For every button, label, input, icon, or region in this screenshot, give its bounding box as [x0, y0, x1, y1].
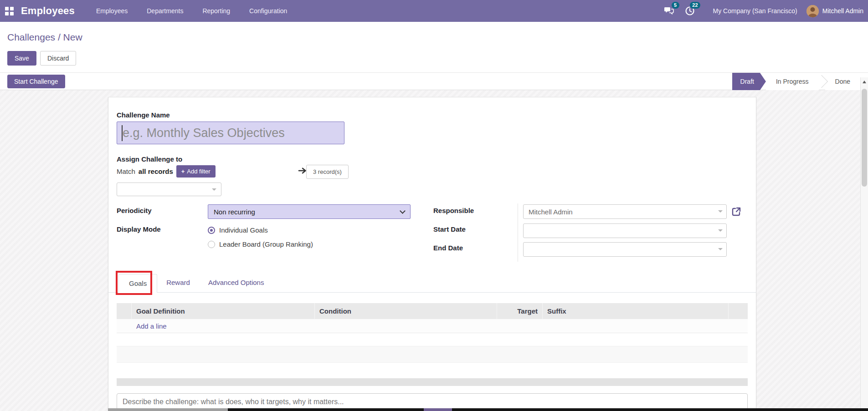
main-menu: Employees Departments Reporting Configur… [87, 0, 297, 22]
end-date-input[interactable] [523, 242, 727, 257]
messages-button[interactable]: 5 [663, 5, 675, 17]
radio-selected-icon [208, 227, 215, 234]
status-step-in-progress[interactable]: In Progress [766, 73, 819, 90]
tab-goals[interactable]: Goals [118, 274, 157, 293]
activities-button[interactable]: 22 [684, 5, 696, 17]
radio-leader-board[interactable]: Leader Board (Group Ranking) [208, 240, 313, 248]
form-statusbar: Start Challenge Draft In Progress Done [0, 73, 868, 90]
challenge-name-input[interactable] [117, 122, 344, 144]
control-panel: Challenges / New Save Discard [0, 22, 868, 73]
chat-icon [664, 7, 674, 15]
goals-table-header: Goal Definition Condition Target Suffix [117, 303, 748, 319]
empty-table-stripe [117, 346, 748, 363]
header-trailing-column [729, 303, 748, 319]
status-steps: Draft In Progress Done [732, 73, 860, 90]
taskbar-segment [424, 408, 452, 411]
header-goal-definition: Goal Definition [132, 303, 315, 319]
company-switcher[interactable]: My Company (San Francisco) [713, 7, 797, 15]
notebook-tabs: Goals Reward Advanced Options [108, 274, 756, 293]
save-button[interactable]: Save [7, 51, 36, 66]
text-cursor [122, 125, 123, 141]
responsible-label: Responsible [433, 207, 474, 214]
menu-configuration[interactable]: Configuration [240, 0, 297, 22]
navbar-systray: 5 22 My Company (San Francisco) Mitchell… [663, 0, 863, 22]
match-prefix: Match [117, 167, 135, 175]
add-filter-button[interactable]: + Add filter [176, 165, 216, 178]
breadcrumb-current: New [63, 32, 82, 42]
header-condition: Condition [315, 303, 497, 319]
challenge-name-label: Challenge Name [117, 111, 170, 119]
match-all-records: all records [139, 167, 173, 175]
breadcrumb: Challenges / New [7, 32, 82, 43]
menu-employees[interactable]: Employees [87, 0, 137, 22]
radio-individual-goals-label: Individual Goals [219, 226, 268, 234]
assign-domain-select[interactable] [117, 183, 221, 196]
form-buttons: Save Discard [7, 51, 76, 66]
menu-departments[interactable]: Departments [137, 0, 193, 22]
arrow-right-icon [298, 167, 307, 174]
top-navbar: Employees Employees Departments Reportin… [0, 0, 868, 22]
periodicity-label: Periodicity [117, 207, 152, 214]
taskbar-segment [108, 408, 228, 411]
breadcrumb-challenges[interactable]: Challenges [7, 32, 55, 42]
activities-badge: 22 [690, 2, 700, 9]
scroll-up-icon[interactable] [863, 81, 866, 83]
status-step-done[interactable]: Done [825, 73, 860, 90]
table-horizontal-scrollbar[interactable] [117, 378, 748, 386]
chevron-down-icon [718, 248, 723, 250]
scrollbar-thumb[interactable] [862, 89, 867, 187]
record-count-button[interactable]: 3 record(s) [306, 165, 349, 179]
add-filter-label: Add filter [187, 168, 210, 175]
user-menu[interactable]: Mitchell Admin [806, 5, 863, 17]
form-view-background: Challenge Name Assign Challenge to Match… [0, 90, 868, 411]
chevron-down-icon [718, 210, 723, 213]
taskbar-sliver [0, 408, 868, 411]
header-suffix: Suffix [543, 303, 729, 319]
end-date-label: End Date [433, 244, 463, 252]
header-target: Target [497, 303, 543, 319]
display-mode-label: Display Mode [117, 225, 161, 233]
external-link-icon[interactable] [731, 207, 741, 217]
messages-badge: 5 [672, 2, 679, 9]
chevron-down-icon [400, 208, 406, 214]
chevron-down-icon [212, 188, 216, 191]
domain-match-line: Match all records + Add filter [117, 165, 216, 178]
status-step-draft[interactable]: Draft [732, 73, 766, 90]
start-date-label: Start Date [433, 225, 466, 233]
header-handle-column [117, 303, 132, 319]
column-divider [518, 203, 518, 262]
status-chevron-icon [819, 73, 825, 90]
start-challenge-button[interactable]: Start Challenge [7, 75, 65, 88]
radio-leader-board-label: Leader Board (Group Ranking) [219, 240, 313, 248]
responsible-input[interactable] [523, 204, 727, 219]
tab-reward[interactable]: Reward [157, 274, 199, 292]
discard-button[interactable]: Discard [40, 51, 76, 66]
apps-menu-button[interactable] [0, 0, 18, 22]
start-date-input[interactable] [523, 223, 727, 238]
form-sheet: Challenge Name Assign Challenge to Match… [108, 97, 756, 411]
periodicity-select[interactable]: Non recurring [208, 204, 411, 219]
vertical-scrollbar[interactable] [860, 77, 868, 411]
radio-individual-goals[interactable]: Individual Goals [208, 226, 268, 234]
apps-grid-icon [5, 7, 14, 15]
app-title[interactable]: Employees [21, 5, 75, 17]
chevron-down-icon [718, 229, 723, 232]
add-a-line-link[interactable]: Add a line [136, 322, 167, 330]
menu-reporting[interactable]: Reporting [193, 0, 240, 22]
periodicity-value: Non recurring [214, 208, 255, 216]
tab-advanced-options[interactable]: Advanced Options [199, 274, 273, 292]
breadcrumb-separator: / [58, 32, 61, 42]
plus-icon: + [181, 168, 185, 175]
radio-unselected-icon [208, 241, 215, 248]
taskbar-segment [228, 408, 868, 411]
goals-table-add-row: Add a line [117, 319, 748, 333]
assign-challenge-label: Assign Challenge to [117, 155, 182, 163]
user-name: Mitchell Admin [822, 7, 863, 15]
user-avatar [806, 5, 819, 17]
